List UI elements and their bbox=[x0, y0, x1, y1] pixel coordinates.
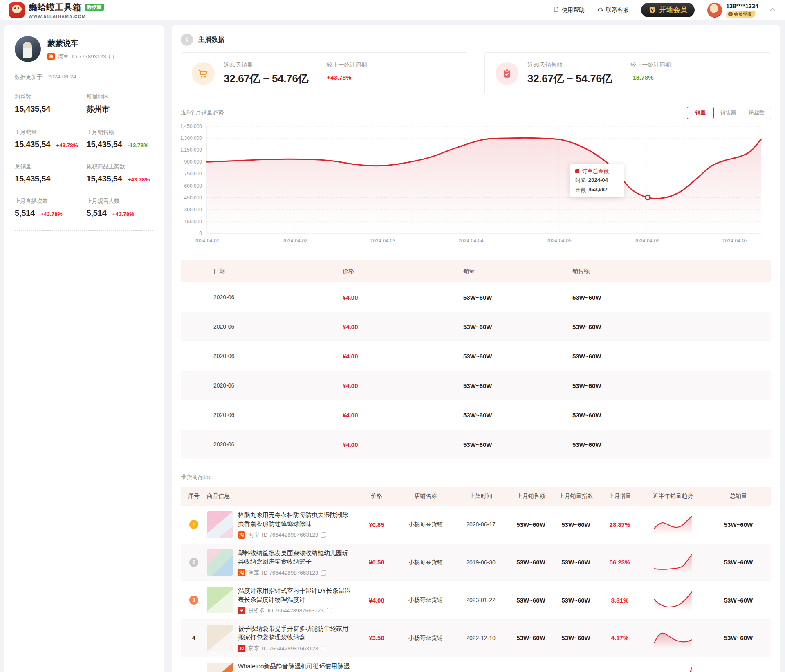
stat-viewers: 上月观看人数 5,514+43.78% bbox=[87, 197, 153, 218]
sales-sparkline bbox=[653, 665, 693, 672]
app-title: 癞蛤蟆工具箱 bbox=[29, 2, 81, 13]
product-image bbox=[207, 587, 233, 613]
product-image bbox=[207, 663, 233, 672]
user-avatar bbox=[707, 2, 722, 18]
product-row: 5 Whaletoo新品静音除湿机可循环使用除湿器衣柜除湿小空间除湿器 ♥ 拼多… bbox=[181, 657, 771, 672]
product-title[interactable]: Whaletoo新品静音除湿机可循环使用除湿器衣柜除湿小空间除湿器 bbox=[238, 662, 354, 672]
svg-text:750,000: 750,000 bbox=[184, 171, 202, 177]
stat-fans: 粉丝数 15,435,54 bbox=[15, 93, 87, 115]
sales-30d-card: 近30天销量 32.67亿 ~ 54.76亿 较上一统计周期 +43.78% bbox=[181, 52, 467, 94]
copy-icon[interactable] bbox=[327, 608, 332, 613]
product-id: ID 7664428987663123 bbox=[262, 645, 318, 652]
collapse-chevron-icon[interactable] bbox=[770, 8, 775, 13]
user-account[interactable]: 138****1334 V会员季版 bbox=[707, 2, 758, 18]
gmv-30d-delta: -13.78% bbox=[630, 74, 671, 81]
top-header: 癞蛤蟆工具箱 数据版 WWW.51LAIHAMA.COM 使用帮助 联系客服 开… bbox=[0, 0, 785, 20]
price-history-table: 日期 价格 销量 销售额 2020-06¥4.0053W~60W53W~60W … bbox=[181, 260, 771, 459]
copy-icon[interactable] bbox=[321, 532, 326, 538]
copy-icon[interactable] bbox=[109, 54, 114, 59]
series-marker-icon bbox=[575, 169, 579, 173]
product-title[interactable]: 被子收纳袋带提手开窗多功能防尘袋家用搬家打包袋整理袋收纳盒 bbox=[238, 624, 354, 642]
streamer-id: ID 777893123 bbox=[72, 54, 106, 60]
data-version-badge: 数据版 bbox=[85, 4, 104, 11]
sales-30d-delta: +43.78% bbox=[327, 74, 367, 81]
app-logo: 癞蛤蟆工具箱 数据版 WWW.51LAIHAMA.COM bbox=[9, 2, 104, 19]
stat-listed-products: 累积商品上架数 15,435,54+43.78% bbox=[87, 163, 153, 184]
support-link[interactable]: 联系客服 bbox=[597, 6, 629, 14]
product-id: ID 7664428987663123 bbox=[262, 570, 318, 576]
streamer-sidebar: 蒙蒙说车 淘 淘宝 ID 777893123 数据更新于 2024-06-24 … bbox=[4, 25, 164, 672]
trend-tab-group: 销量 销售额 粉丝数 bbox=[687, 107, 771, 119]
trend-chart[interactable]: 1,450,0001,300,0001,150,000900,000750,00… bbox=[181, 124, 771, 246]
product-row: 4 被子收纳袋带提手开窗多功能防尘袋家用搬家打包袋整理袋收纳盒 JD 京东 ID… bbox=[181, 619, 771, 657]
svg-text:450,000: 450,000 bbox=[184, 195, 202, 201]
svg-text:2024-04-04: 2024-04-04 bbox=[458, 238, 484, 244]
sales-sparkline bbox=[653, 513, 693, 535]
price-row: 2020-06¥4.0053W~60W53W~60W bbox=[181, 430, 771, 459]
cart-icon bbox=[192, 62, 215, 85]
svg-text:2024-04-07: 2024-04-07 bbox=[722, 238, 748, 244]
stat-region: 所属地区 苏州市 bbox=[87, 93, 153, 115]
trend-line-chart: 1,450,0001,300,0001,150,000900,000750,00… bbox=[181, 124, 769, 246]
chart-tooltip: 订单总金额 时间2024-04 金额452,987 bbox=[570, 164, 624, 197]
gmv-30d-value: 32.67亿 ~ 54.76亿 bbox=[527, 72, 612, 86]
svg-text:2024-04-03: 2024-04-03 bbox=[370, 238, 396, 244]
stat-month-gmv: 上月销售额 15,435,54-13.78% bbox=[87, 129, 153, 149]
svg-text:900,000: 900,000 bbox=[184, 159, 202, 165]
streamer-avatar bbox=[15, 36, 41, 62]
rank-badge: 3 bbox=[189, 596, 198, 605]
tab-fans[interactable]: 粉丝数 bbox=[742, 107, 771, 119]
streamer-name: 蒙蒙说车 bbox=[47, 38, 114, 49]
tab-sales[interactable]: 销量 bbox=[687, 107, 714, 119]
back-button[interactable] bbox=[181, 34, 193, 46]
price-row: 2020-06¥4.0053W~60W53W~60W bbox=[181, 282, 771, 312]
svg-text:1,150,000: 1,150,000 bbox=[181, 147, 202, 153]
price-row: 2020-06¥4.0053W~60W53W~60W bbox=[181, 312, 771, 341]
sales-sparkline bbox=[653, 551, 693, 573]
product-title[interactable]: 温度计家用指针式室内干湿计DY长条温湿表长条温度计物理温度计 bbox=[238, 586, 354, 604]
v-icon: V bbox=[728, 12, 733, 16]
user-phone: 138****1334 bbox=[726, 2, 758, 10]
price-row: 2020-06¥4.0053W~60W53W~60W bbox=[181, 341, 771, 371]
product-image bbox=[207, 549, 233, 576]
stat-total-sales: 总销量 15,435,54 bbox=[15, 163, 87, 184]
svg-text:0: 0 bbox=[199, 231, 202, 236]
divider bbox=[15, 230, 153, 231]
product-row: 2 塑料收纳筐批发桌面杂物收纳框幼儿园玩具收纳盒厨房零食收纳篮子 淘 淘宝 ID… bbox=[181, 544, 771, 582]
toad-logo-icon bbox=[9, 2, 25, 18]
trend-section-title: 近6个月销量趋势 bbox=[181, 109, 224, 116]
copy-icon[interactable] bbox=[321, 570, 326, 576]
product-image bbox=[207, 511, 233, 538]
products-section-title: 带货商品top bbox=[181, 474, 771, 481]
product-image bbox=[207, 625, 233, 651]
stat-month-sales: 上月销量 15,435,54+43.78% bbox=[15, 129, 87, 149]
copy-icon[interactable] bbox=[321, 646, 326, 651]
product-id: ID 7664428987663123 bbox=[262, 532, 318, 538]
price-row: 2020-06¥4.0053W~60W53W~60W bbox=[181, 371, 771, 400]
product-title[interactable]: 樟脑丸家用无毒衣柜防霉防虫去湿防潮除虫香薰衣服防蛀蟑螂球除味 bbox=[238, 511, 354, 529]
rank-badge: 1 bbox=[189, 520, 198, 529]
svg-text:2024-04-06: 2024-04-06 bbox=[634, 238, 659, 244]
help-link[interactable]: 使用帮助 bbox=[553, 6, 585, 14]
sales-sparkline bbox=[653, 627, 693, 649]
tab-gmv[interactable]: 销售额 bbox=[713, 107, 742, 119]
product-title[interactable]: 塑料收纳筐批发桌面杂物收纳框幼儿园玩具收纳盒厨房零食收纳篮子 bbox=[238, 549, 354, 567]
product-row: 3 温度计家用指针式室内干湿计DY长条温湿表长条温度计物理温度计 ♥ 拼多多 I… bbox=[181, 581, 771, 619]
main-panel: 主播数据 近30天销量 32.67亿 ~ 54.76亿 较上一统计周期 +43.… bbox=[172, 25, 780, 672]
svg-text:150,000: 150,000 bbox=[184, 219, 202, 224]
headset-icon bbox=[597, 6, 603, 14]
product-id: ID 7664428987663123 bbox=[268, 607, 324, 614]
pinduoduo-icon: ♥ bbox=[238, 607, 245, 614]
svg-text:1,300,000: 1,300,000 bbox=[181, 135, 202, 141]
svg-text:1,450,000: 1,450,000 bbox=[181, 124, 202, 129]
taobao-icon: 淘 bbox=[238, 569, 245, 576]
price-row: 2020-06¥4.0053W~60W53W~60W bbox=[181, 400, 771, 430]
taobao-icon: 淘 bbox=[238, 531, 245, 539]
open-vip-button[interactable]: 开通会员 bbox=[641, 3, 695, 17]
svg-text:300,000: 300,000 bbox=[184, 207, 202, 213]
products-table-header: 序号 商品信息 价格 店铺名称 上架时间 上月销售额 上月销量指数 上月增量 近… bbox=[181, 487, 771, 506]
jd-icon: JD bbox=[238, 645, 245, 652]
rank-number: 4 bbox=[189, 634, 198, 643]
page-title: 主播数据 bbox=[198, 36, 224, 44]
member-tier-badge: V会员季版 bbox=[726, 11, 755, 18]
